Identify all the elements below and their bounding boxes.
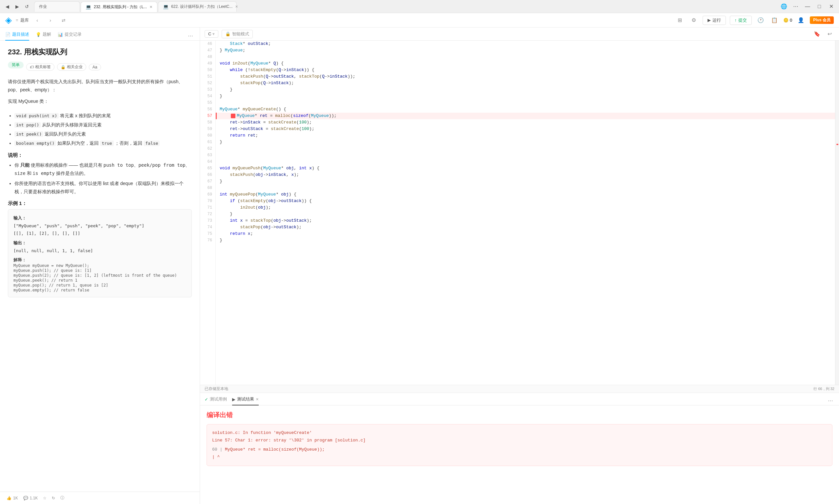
tab-description[interactable]: 📄 题目描述 (5, 29, 29, 41)
submit-icon: 📊 (58, 32, 63, 37)
comments-stat[interactable]: 💬 1.1K (23, 496, 38, 500)
code-line-60: return ret; (216, 132, 835, 139)
error-line-num: 60 | (212, 447, 222, 452)
tag-icon: 🏷 (30, 65, 34, 69)
next-problem-button[interactable]: › (46, 16, 55, 25)
plus-button[interactable]: Plus 会员 (810, 16, 834, 24)
code-line-53: } (216, 87, 835, 93)
tab-hint[interactable]: 💡 题解 (36, 29, 51, 41)
code-line-49: void in2out(MyQueue* Q) { (216, 60, 835, 67)
code-line-47: } MyQueue; (216, 47, 835, 54)
language-selector[interactable]: C ▾ (205, 30, 218, 38)
code-line-67: } (216, 178, 835, 185)
error-marker (836, 144, 838, 145)
bookmark-btn[interactable]: ☆ (43, 496, 47, 500)
browser-tabs: 作业 💻 232. 用栈实现队列 - 力扣（L... ✕ 💻 622. 设计循环… (34, 1, 776, 12)
code-line-48 (216, 54, 835, 60)
settings-button[interactable]: ⚙ (689, 15, 699, 25)
close-button[interactable]: ✕ (826, 2, 836, 11)
bookmark-code-btn[interactable]: 🔖 (812, 29, 822, 39)
code-line-54: } (216, 93, 835, 100)
left-tabs-more[interactable]: ⋯ (187, 32, 194, 40)
layout-button[interactable]: ⊞ (675, 15, 685, 25)
desc-icon: 📄 (5, 32, 11, 37)
code-line-59: ret->outStack = stackCreate(100); (216, 126, 835, 132)
more-options-button[interactable]: ⋯ (791, 2, 800, 11)
method-pop: int pop() 从队列的开头移除并返回元素 (14, 120, 192, 129)
related-tags-btn[interactable]: 🏷 相关标签 (26, 63, 54, 71)
test-panel: ✓ 测试用例 ▶ 测试结果 ✕ ⋯ 编译出错 solution.c: In fu… (200, 393, 839, 504)
ln-65: 65 (200, 165, 216, 172)
ai-mode-button[interactable]: 🔒 智能模式 (222, 30, 253, 38)
notes-title: 说明： (8, 152, 192, 159)
result-tab-close[interactable]: ✕ (256, 397, 259, 401)
tab-submit[interactable]: 📊 提交记录 (58, 29, 82, 41)
class-text: 实现 MyQueue 类： (8, 97, 192, 105)
undo-btn[interactable]: ↩ (825, 29, 834, 39)
reload-button[interactable]: ↺ (23, 3, 31, 11)
comment-icon: 💬 (23, 496, 28, 500)
difficulty-tag[interactable]: 简单 (8, 61, 23, 69)
ln-68: 68 (200, 185, 216, 191)
ln-47: 47 (200, 47, 216, 54)
likes-stat[interactable]: 👍 1K (6, 496, 18, 500)
forward-button[interactable]: ▶ (13, 3, 21, 11)
tab1-label: 作业 (39, 4, 47, 10)
code-line-72: } (216, 211, 835, 217)
browser-tab-2[interactable]: 💻 232. 用栈实现队列 - 力扣（L... ✕ (81, 2, 157, 12)
ln-48: 48 (200, 54, 216, 60)
test-case-tab[interactable]: ✓ 测试用例 (205, 394, 227, 406)
browser-tab-1[interactable]: 作业 (34, 1, 80, 12)
example-content: 输入： ["MyQueue", "push", "push", "peek", … (14, 214, 186, 254)
test-result-tab[interactable]: ▶ 测试结果 ✕ (232, 394, 259, 406)
testcase-check-icon: ✓ (205, 397, 208, 402)
code-line-68 (216, 185, 835, 191)
history-button[interactable]: 🕐 (756, 15, 766, 25)
browser-tab-3[interactable]: 💻 622. 设计循环队列 - 力扣（LeetC... ✕ (158, 1, 237, 12)
avatar-button[interactable]: 👤 (796, 15, 806, 25)
problem-description: 请你仅使用两个栈实现先入先出队列。队列应当支持一般队列支持的所有操作（push、… (8, 78, 192, 106)
app-logo[interactable]: ◈ (5, 15, 12, 25)
input-line1: ["MyQueue", "push", "push", "peek", "pop… (14, 222, 186, 230)
code-editor[interactable]: Stack* outStack; } MyQueue; void in2out(… (216, 41, 835, 385)
tag-label: 相关标签 (35, 64, 51, 70)
prev-problem-button[interactable]: ‹ (33, 16, 42, 25)
main-layout: 📄 题目描述 💡 题解 📊 提交记录 ⋯ 232. 用栈实现队列 简单 🏷 相关… (0, 28, 839, 504)
bookmark-icon: ☆ (43, 496, 47, 500)
lock-icon: 🔒 (225, 32, 230, 36)
breadcrumb-home[interactable]: 题库 (20, 17, 29, 23)
error-caret: | ^ (212, 453, 827, 461)
random-problem-button[interactable]: ⇄ (59, 16, 68, 25)
code-container[interactable]: 46 47 48 49 50 51 52 53 54 55 56 57 58 5… (200, 41, 839, 385)
back-button[interactable]: ◀ (3, 3, 11, 11)
left-content: 232. 用栈实现队列 简单 🏷 相关标签 🔒 相关企业 Aa 请你仅使用两个栈… (0, 41, 200, 491)
ln-73: 73 (200, 217, 216, 224)
copy-button[interactable]: 📋 (770, 15, 779, 25)
submit-upload-icon: ↑ (735, 18, 737, 23)
refresh-btn[interactable]: ↻ (52, 496, 55, 500)
tab2-close[interactable]: ✕ (150, 5, 152, 9)
globe-icon[interactable]: 🌐 (779, 2, 788, 11)
font-btn[interactable]: Aa (89, 64, 101, 70)
maximize-button[interactable]: □ (815, 2, 824, 11)
tab-hint-label: 题解 (42, 32, 51, 37)
notes-section: 你 只能 使用标准的栈操作 —— 也就是只有 push to top、peek/… (8, 161, 192, 196)
run-label: 运行 (713, 17, 721, 23)
method-empty: boolean empty() 如果队列为空，返回 true ；否则，返回 fa… (14, 139, 192, 148)
info-btn[interactable]: ⓘ (60, 495, 64, 501)
submit-button[interactable]: ↑ 提交 (730, 16, 752, 25)
related-company-btn[interactable]: 🔒 相关企业 (57, 63, 86, 71)
code-line-52: stackPop(Q->inStack); (216, 80, 835, 87)
coin-area: 🪙 0 (783, 18, 792, 23)
ai-mode-label: 智能模式 (232, 31, 249, 37)
tab3-close[interactable]: ✕ (235, 4, 238, 9)
ln-59: 59 (200, 126, 216, 132)
ln-67: 67 (200, 178, 216, 185)
test-panel-more[interactable]: ⋯ (826, 396, 834, 405)
left-panel: 📄 题目描述 💡 题解 📊 提交记录 ⋯ 232. 用栈实现队列 简单 🏷 相关… (0, 28, 200, 504)
run-button[interactable]: ▶ 运行 (703, 16, 726, 25)
problem-title: 232. 用栈实现队列 (8, 47, 192, 57)
minimize-button[interactable]: — (803, 2, 812, 11)
app-bar-right: ⊞ ⚙ ▶ 运行 ↑ 提交 🕐 📋 🪙 0 👤 Plus 会员 (675, 15, 834, 25)
ln-58: 58 (200, 119, 216, 126)
